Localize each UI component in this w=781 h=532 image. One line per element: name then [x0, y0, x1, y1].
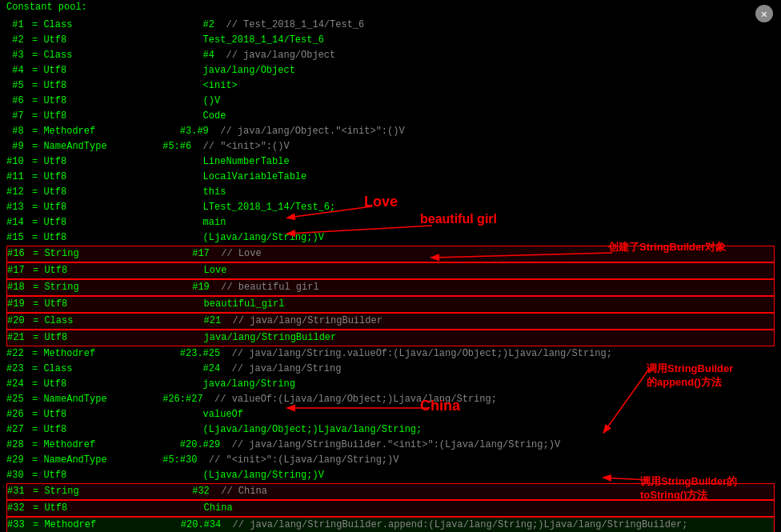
table-row: #27= Utf8 (Ljava/lang/Object;)Ljava/lang…	[6, 422, 775, 438]
line-value: beautiful_girl	[129, 297, 284, 312]
line-value: java/lang/StringBuilder	[129, 330, 336, 346]
line-type: = Utf8	[32, 33, 128, 48]
line-type: = Utf8	[32, 94, 128, 109]
line-number: #16	[7, 246, 33, 262]
line-type: = String	[33, 484, 129, 499]
line-comment: // java/lang/Object	[214, 48, 335, 63]
line-type: = Class	[33, 314, 129, 329]
line-type: = Utf8	[32, 215, 128, 230]
line-value: (Ljava/lang/String;)V	[128, 468, 324, 483]
line-type: = Utf8	[32, 170, 128, 185]
line-comment: // China	[210, 484, 267, 499]
line-number: #17	[7, 263, 33, 278]
table-row: #5= Utf8 <init>	[6, 78, 775, 94]
line-type: = String	[33, 246, 129, 262]
line-type: = Utf8	[32, 468, 128, 483]
table-row: #21= Utf8 java/lang/StringBuilder	[6, 330, 775, 346]
table-row: #30= Utf8 (Ljava/lang/String;)V	[6, 468, 775, 483]
line-number: #10	[6, 154, 32, 170]
table-row: #6= Utf8 ()V	[6, 94, 775, 109]
table-row: #8= Methodref #3.#9 // java/lang/Object.…	[6, 124, 775, 139]
line-type: = Methodref	[32, 438, 128, 453]
line-number: #5	[6, 78, 32, 94]
line-type: = Methodref	[32, 124, 128, 139]
line-type: = Utf8	[32, 230, 128, 246]
line-number: #4	[6, 63, 32, 78]
table-row: #23= Class #24 // java/lang/String	[6, 362, 775, 377]
table-row: #25= NameAndType #26:#27 // valueOf:(Lja…	[6, 392, 775, 407]
line-value: (Ljava/lang/Object;)Ljava/lang/String;	[128, 422, 422, 438]
line-value: #20.#29	[128, 438, 220, 453]
line-comment: // java/lang/Object."<init>":()V	[209, 124, 405, 139]
line-value: China	[129, 501, 233, 516]
line-number: #28	[6, 438, 32, 453]
table-row: #28= Methodref #20.#29 // java/lang/Stri…	[6, 438, 775, 453]
table-row: #22= Methodref #23.#25 // java/lang/Stri…	[6, 346, 775, 362]
line-type: = Utf8	[33, 501, 129, 516]
line-type: = Utf8	[32, 154, 128, 170]
line-number: #7	[6, 109, 32, 124]
line-value: java/lang/Object	[128, 63, 295, 78]
line-comment: // java/lang/StringBuilder."<init>":(Lja…	[220, 438, 560, 453]
line-number: #27	[6, 422, 32, 438]
table-row: #24= Utf8 java/lang/String	[6, 377, 775, 392]
line-number: #31	[7, 484, 33, 499]
line-number: #12	[6, 185, 32, 200]
table-row: #18= String #19 // beautiful girl	[6, 279, 775, 296]
table-row: #1= Class #2 // Test_2018_1_14/Test_6	[6, 18, 775, 33]
line-comment: // valueOf:(Ljava/lang/Object;)Ljava/lan…	[203, 392, 497, 407]
line-type: = Class	[32, 362, 128, 377]
table-row: #26= Utf8 valueOf	[6, 407, 775, 422]
line-number: #23	[6, 362, 32, 377]
line-type: = Utf8	[33, 330, 129, 346]
line-type: = Utf8	[32, 200, 128, 215]
line-value: Love	[129, 263, 226, 278]
line-value: <init>	[128, 78, 238, 94]
line-number: #9	[6, 139, 32, 154]
line-comment: // java/lang/StringBuilder.append:(Ljava…	[221, 518, 687, 532]
line-value: LocalVariableTable	[128, 170, 306, 185]
header-bar: Constant pool:	[0, 0, 781, 14]
line-comment: // Test_2018_1_14/Test_6	[214, 18, 364, 33]
line-number: #21	[7, 330, 33, 346]
line-number: #2	[6, 33, 32, 48]
line-number: #14	[6, 215, 32, 230]
line-type: = NameAndType	[32, 139, 128, 154]
line-type: = Methodref	[33, 518, 129, 532]
line-value: #2	[128, 18, 214, 33]
line-value: #17	[129, 246, 210, 262]
table-row: #9= NameAndType #5:#6 // "<init>":()V	[6, 139, 775, 154]
header-title: Constant pool:	[6, 2, 87, 13]
line-number: #26	[6, 407, 32, 422]
table-row: #12= Utf8 this	[6, 185, 775, 200]
table-row: #2= Utf8 Test_2018_1_14/Test_6	[6, 33, 775, 48]
line-comment: // java/lang/String	[220, 362, 341, 377]
line-value: ()V	[128, 94, 220, 109]
line-number: #11	[6, 170, 32, 185]
line-type: = NameAndType	[32, 453, 128, 468]
line-type: = Utf8	[32, 407, 128, 422]
table-row: #33= Methodref #20.#34 // java/lang/Stri…	[6, 517, 775, 532]
line-comment: // beautiful girl	[210, 280, 319, 295]
table-row: #20= Class #21 // java/lang/StringBuilde…	[6, 313, 775, 330]
line-number: #15	[6, 230, 32, 246]
table-row: #7= Utf8 Code	[6, 109, 775, 124]
line-value: #4	[128, 48, 214, 63]
line-value: (Ljava/lang/String;)V	[128, 230, 324, 246]
line-number: #19	[7, 297, 33, 312]
line-number: #3	[6, 48, 32, 63]
line-number: #22	[6, 346, 32, 362]
line-number: #24	[6, 377, 32, 392]
line-value: Test_2018_1_14/Test_6	[128, 33, 324, 48]
line-type: = Utf8	[32, 78, 128, 94]
line-comment: // java/lang/String.valueOf:(Ljava/lang/…	[220, 346, 612, 362]
line-value: #5:#30	[128, 453, 197, 468]
line-number: #18	[7, 280, 33, 295]
line-value: #32	[129, 484, 210, 499]
line-comment: // "<init>":(Ljava/lang/String;)V	[197, 453, 399, 468]
line-value: #5:#6	[128, 139, 191, 154]
table-row: #4= Utf8 java/lang/Object	[6, 63, 775, 78]
table-row: #31= String #32 // China	[6, 483, 775, 500]
line-value: Code	[128, 109, 226, 124]
table-row: #29= NameAndType #5:#30 // "<init>":(Lja…	[6, 453, 775, 468]
